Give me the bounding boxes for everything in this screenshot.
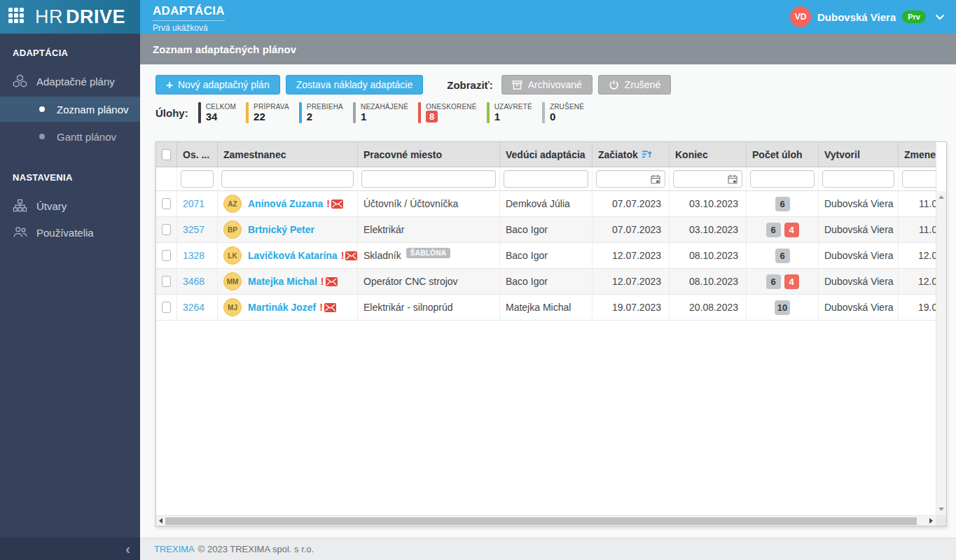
filter-input-id[interactable] xyxy=(181,170,214,188)
sidebar-subitem-label: Gantt plánov xyxy=(57,131,116,143)
app-logo: HRDRIVE xyxy=(35,6,125,28)
calendar-icon[interactable] xyxy=(728,174,737,184)
page-subtitle: Prvá ukážková xyxy=(153,23,225,33)
employee-name-link[interactable]: Matejka Michal xyxy=(248,276,317,287)
sidebar-bottom-bar: ‹ xyxy=(0,538,140,560)
stat-color-bar xyxy=(418,102,421,123)
column-header-start[interactable]: Začiatok xyxy=(593,142,670,167)
row-checkbox[interactable] xyxy=(162,302,171,313)
sidebar-item-label: Útvary xyxy=(36,200,67,212)
column-header-lead[interactable]: Vedúci adaptácia xyxy=(500,142,593,167)
new-plan-button[interactable]: + Nový adaptačný plán xyxy=(155,75,280,94)
filter-cell-end xyxy=(670,167,747,190)
horizontal-scroll-thumb[interactable] xyxy=(165,517,917,525)
employee-name-link[interactable]: Aninová Zuzana xyxy=(248,198,323,209)
sidebar-item-gantt-planov[interactable]: Gantt plánov xyxy=(0,124,140,149)
sidebar-item-label: Adaptačné plány xyxy=(36,76,115,88)
employee-avatar: LK xyxy=(223,246,242,265)
column-header-name[interactable]: Zamestnanec xyxy=(218,142,358,167)
cell-employee: AZAninová Zuzana! xyxy=(218,191,358,216)
filter-input-changed[interactable] xyxy=(902,170,936,188)
filter-input-position[interactable] xyxy=(361,170,496,188)
row-checkbox[interactable] xyxy=(162,198,171,209)
cell-select xyxy=(156,217,177,242)
personal-number-link[interactable]: 1328 xyxy=(183,250,205,261)
calendar-icon[interactable] xyxy=(651,174,660,184)
cell-personal-number: 3257 xyxy=(177,217,218,242)
footer-copyright: © 2023 TREXIMA spol. s r.o. xyxy=(198,544,314,554)
user-name: Dubovská Viera xyxy=(817,11,896,23)
cost-report-button[interactable]: Zostava náklady adaptácie xyxy=(286,75,424,94)
chevron-down-icon[interactable] xyxy=(935,14,945,20)
employee-name-link[interactable]: Lavičková Katarína xyxy=(248,250,338,261)
top-header: ADAPTÁCIA Prvá ukážková VD Dubovská Vier… xyxy=(140,0,956,34)
sidebar-item-zoznam-planov[interactable]: Zoznam plánov xyxy=(0,97,140,122)
stat-label: NEZAHÁJENÉ xyxy=(361,103,408,111)
column-header-id[interactable]: Os. ... xyxy=(177,142,218,167)
employee-name-link[interactable]: Brtnický Peter xyxy=(248,224,314,235)
cell-personal-number: 3264 xyxy=(177,295,218,320)
filter-input-created_by[interactable] xyxy=(822,170,894,188)
column-header-end[interactable]: Koniec xyxy=(670,142,747,167)
filter-input-name[interactable] xyxy=(221,170,354,188)
cell-position: Účtovník / Účtovníčka xyxy=(358,191,500,216)
personal-number-link[interactable]: 3264 xyxy=(183,302,205,313)
scroll-right-arrow[interactable] xyxy=(929,518,933,524)
row-checkbox[interactable] xyxy=(162,276,171,287)
archived-toggle-button[interactable]: Archivované xyxy=(501,75,593,94)
user-role-badge: Prv xyxy=(902,10,926,23)
position-label: Účtovník / Účtovníčka xyxy=(363,198,458,209)
sidebar-item-pouzivatelia[interactable]: Používatelia xyxy=(0,219,140,246)
column-header-created_by[interactable]: Vytvoril xyxy=(819,142,899,167)
cell-end-date: 08.10.2023 xyxy=(670,243,747,268)
table-row: 3468MMMatejka Michal!Operátor CNC strojo… xyxy=(156,269,936,295)
content-area: + Nový adaptačný plán Zostava náklady ad… xyxy=(140,64,956,538)
table-row: 3257BPBrtnický PeterElektrikárBaco Igor0… xyxy=(156,217,936,243)
sidebar-item-adaptacne-plany[interactable]: Adaptačné plány xyxy=(0,68,140,94)
scroll-down-arrow[interactable] xyxy=(938,507,944,511)
cell-position: SkladníkŠABLÓNA xyxy=(358,243,500,268)
cancelled-toggle-button[interactable]: Zrušené xyxy=(598,75,671,94)
vertical-scrollbar[interactable] xyxy=(936,142,946,515)
column-header-label: Os. ... xyxy=(183,149,209,160)
task-count-badge: 6 xyxy=(775,197,790,211)
personal-number-link[interactable]: 3468 xyxy=(183,276,205,287)
personal-number-link[interactable]: 2071 xyxy=(183,198,205,209)
row-checkbox[interactable] xyxy=(162,224,171,235)
filter-input-lead[interactable] xyxy=(504,170,588,188)
collapse-sidebar-icon[interactable]: ‹ xyxy=(125,542,130,556)
filter-input-tasks[interactable] xyxy=(750,170,815,188)
power-icon xyxy=(609,80,619,90)
footer-trexima-link[interactable]: TREXIMA xyxy=(154,544,195,554)
envelope-icon xyxy=(324,303,336,312)
select-all-checkbox[interactable] xyxy=(162,149,171,160)
sidebar-item-utvary[interactable]: Útvary xyxy=(0,192,140,219)
employee-avatar: MM xyxy=(223,272,242,290)
scroll-left-arrow[interactable] xyxy=(159,518,162,524)
column-header-tasks[interactable]: Počet úloh xyxy=(747,142,819,167)
column-header-changed[interactable]: Zmenené xyxy=(899,142,936,167)
app-grid-icon[interactable] xyxy=(8,8,27,26)
scrollbar-corner xyxy=(936,516,946,526)
cell-task-count: 6 xyxy=(747,191,819,216)
scroll-up-arrow[interactable] xyxy=(938,195,944,199)
user-menu[interactable]: VD Dubovská Viera Prv xyxy=(790,6,945,27)
task-stats: Úlohy: CELKOM34PRÍPRAVA22PREBIEHA2NEZAHÁ… xyxy=(155,102,594,123)
template-badge: ŠABLÓNA xyxy=(406,248,451,258)
personal-number-link[interactable]: 3257 xyxy=(183,224,205,235)
cell-created_by: Dubovská Viera xyxy=(819,243,899,268)
cell-start-date: 12.07.2023 xyxy=(593,243,670,268)
task-stat-uzavrete: UZAVRETÉ1 xyxy=(487,102,532,123)
column-header-position[interactable]: Pracovné miesto xyxy=(358,142,500,167)
cell-select xyxy=(156,295,177,320)
stat-label: ONESKORENÉ xyxy=(426,103,477,111)
row-checkbox[interactable] xyxy=(162,250,171,261)
nav-section-label: ADAPTÁCIA xyxy=(0,42,140,68)
employee-name-link[interactable]: Martinák Jozef xyxy=(248,302,316,313)
task-stat-priprava: PRÍPRAVA22 xyxy=(246,102,289,123)
horizontal-scrollbar[interactable] xyxy=(156,515,946,526)
cell-personal-number: 3468 xyxy=(177,269,218,294)
cell-changed-date: 19.07.2023 xyxy=(899,295,936,320)
cell-employee: MMMatejka Michal! xyxy=(218,269,358,294)
stat-value: 2 xyxy=(307,111,343,122)
